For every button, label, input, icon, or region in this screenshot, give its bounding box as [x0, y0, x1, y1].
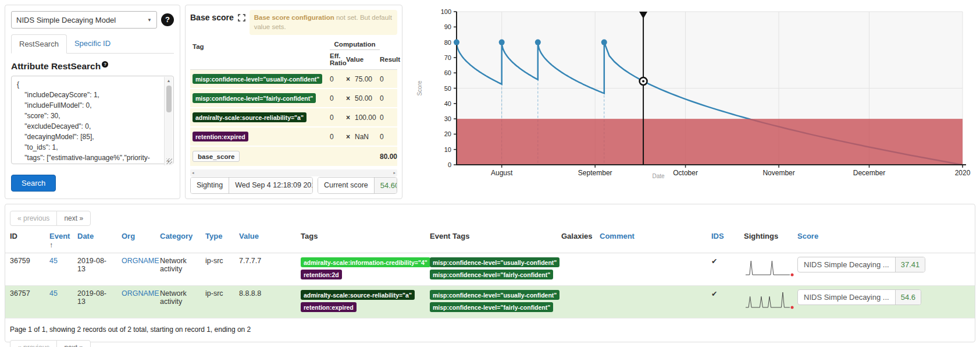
svg-text:60: 60 — [444, 69, 451, 76]
multiply-icon: × — [346, 114, 350, 122]
svg-text:70: 70 — [444, 54, 451, 61]
attr-category: Network activity — [155, 286, 201, 309]
tab-specific-id[interactable]: Specific ID — [67, 34, 118, 53]
attribute-table-header: ID Event ↑ Date Org Category Type Value … — [5, 228, 975, 253]
scrollbar-thumb[interactable] — [166, 86, 172, 112]
tag-badge[interactable]: admiralty-scale:source-reliability="a" — [301, 290, 415, 300]
col-computation: Computation — [330, 41, 380, 50]
restsearch-heading-text: Attribute RestSearch — [11, 61, 101, 71]
scroll-left-icon[interactable]: ◂ — [192, 171, 194, 175]
resize-grip-icon[interactable] — [166, 158, 172, 164]
current-score-box: Current score 54.60 — [318, 177, 397, 194]
tag-badge[interactable]: admiralty-scale:information-credibility=… — [301, 257, 430, 267]
sighting-box: Sighting Wed Sep 4 12:18:09 2019 — [190, 177, 313, 194]
eff-ratio-value: 0 — [330, 94, 346, 102]
tag-badge[interactable]: retention:expired — [301, 302, 357, 312]
col-event[interactable]: Event ↑ — [45, 228, 73, 253]
next-page-button[interactable]: next » — [56, 340, 91, 347]
col-comment[interactable]: Comment — [595, 228, 707, 253]
col-ids[interactable]: IDS — [707, 228, 739, 253]
sighting-dot[interactable] — [601, 40, 607, 45]
score-value: 54.6 — [895, 290, 921, 304]
base-score-table-header: Tag Computation Result Eff. Ratio Value — [190, 40, 397, 70]
attr-event-tags: misp:confidence-level="usually-confident… — [425, 286, 557, 318]
caret-down-icon: ▼ — [147, 17, 152, 23]
attribute-row: 36757 45 2019-08-13 ORGNAME Network acti… — [5, 286, 975, 318]
tag-badge[interactable]: misp:confidence-level="usually-confident… — [430, 257, 560, 267]
tag-badge[interactable]: misp:confidence-level="usually-confident… — [193, 74, 322, 84]
tag-numeric-value: 100.00 — [355, 114, 376, 122]
event-link[interactable]: 45 — [49, 257, 58, 265]
col-org[interactable]: Org — [117, 228, 155, 253]
ids-check-icon: ✔ — [707, 286, 739, 302]
attr-date: 2019-08-13 — [73, 286, 117, 309]
scroll-up-icon[interactable]: ▲ — [167, 79, 171, 83]
model-help-button[interactable]: ? — [161, 13, 174, 26]
restsearch-query-input[interactable]: { "includeDecayScore": 1, "includeFullMo… — [11, 76, 174, 164]
col-tag: Tag — [193, 43, 330, 50]
org-link[interactable]: ORGNAME — [122, 257, 159, 265]
misp-decaying-tool-page: NIDS Simple Decaying Model ▼ ? RestSearc… — [0, 0, 980, 347]
event-link[interactable]: 45 — [49, 289, 58, 298]
horizontal-scrollbar[interactable]: ◂ ▸ — [190, 169, 397, 176]
result-value: 0 — [380, 133, 395, 141]
tag-badge[interactable]: misp:confidence-level="fairly-confident" — [430, 270, 553, 279]
decay-score-chart[interactable]: 0102030405060708090100AugustSeptemberOct… — [407, 0, 980, 186]
decay-score-box[interactable]: NIDS Simple Decaying ... 37.41 — [797, 257, 925, 272]
attr-id: 36757 — [5, 286, 45, 301]
attr-comment — [595, 253, 707, 260]
svg-text:80: 80 — [444, 39, 451, 46]
decay-threshold-zone — [457, 119, 963, 165]
attr-type: ip-src — [201, 286, 234, 301]
attribute-index-panel: « previous next » ID Event ↑ Date Org Ca… — [5, 204, 975, 342]
attr-tags: admiralty-scale:information-credibility=… — [296, 253, 425, 285]
base-score-row: admiralty-scale:source-reliability="a" 0… — [190, 108, 397, 128]
svg-text:90: 90 — [444, 23, 451, 30]
sighting-dot[interactable] — [535, 40, 541, 45]
svg-text:October: October — [673, 169, 698, 177]
col-category[interactable]: Category — [155, 228, 201, 253]
search-button[interactable]: Search — [11, 175, 56, 192]
current-score-label: Current score — [318, 178, 374, 193]
expand-icon[interactable] — [238, 10, 245, 24]
sighting-dot[interactable] — [454, 40, 459, 45]
tab-restsearch[interactable]: RestSearch — [11, 34, 67, 54]
next-page-button[interactable]: next » — [56, 211, 91, 226]
tag-badge[interactable]: misp:confidence-level="fairly-confident" — [430, 302, 553, 312]
svg-text:50: 50 — [444, 85, 451, 92]
scroll-right-icon[interactable]: ▸ — [393, 171, 395, 175]
result-value: 0 — [380, 94, 395, 102]
decay-score-box[interactable]: NIDS Simple Decaying ... 54.6 — [797, 289, 921, 305]
tag-badge[interactable]: misp:confidence-level="fairly-confident" — [193, 93, 316, 103]
sighting-dot[interactable] — [499, 40, 505, 45]
pagination-top: « previous next » — [10, 211, 91, 226]
base-score-row: retention:expired 0 ×NaN 0 — [190, 128, 397, 147]
col-type[interactable]: Type — [201, 228, 234, 253]
tag-badge[interactable]: admiralty-scale:source-reliability="a" — [193, 112, 307, 122]
attr-value: 8.8.8.8 — [234, 286, 296, 301]
svg-text:December: December — [853, 169, 885, 177]
col-date[interactable]: Date — [73, 228, 117, 253]
col-id: ID — [5, 228, 45, 253]
col-score[interactable]: Score — [793, 228, 975, 253]
sightings-sparkline[interactable] — [744, 257, 795, 279]
tag-numeric-value: 75.00 — [355, 75, 372, 83]
tag-badge[interactable]: retention:2d — [301, 270, 342, 279]
tag-badge[interactable]: misp:confidence-level="usually-confident… — [430, 290, 560, 300]
previous-page-button[interactable]: « previous — [10, 211, 57, 226]
attr-id: 36759 — [5, 253, 45, 268]
heading-help-icon[interactable]: ? — [102, 61, 108, 68]
score-value: 37.41 — [895, 257, 925, 272]
col-value[interactable]: Value — [234, 228, 296, 253]
attribute-table: ID Event ↑ Date Org Category Type Value … — [5, 228, 975, 318]
col-tags: Tags — [296, 228, 425, 253]
tag-badge[interactable]: retention:expired — [193, 132, 248, 141]
decaying-model-select[interactable]: NIDS Simple Decaying Model ▼ — [11, 11, 157, 29]
sightings-sparkline[interactable] — [744, 289, 795, 311]
warning-strong-text: Base score configuration — [254, 14, 334, 21]
svg-text:Score: Score — [416, 80, 423, 96]
org-link[interactable]: ORGNAME — [122, 289, 159, 298]
attr-event-tags: misp:confidence-level="usually-confident… — [425, 253, 557, 285]
base-score-row: misp:confidence-level="usually-confident… — [190, 70, 397, 89]
previous-page-button[interactable]: « previous — [10, 340, 57, 347]
